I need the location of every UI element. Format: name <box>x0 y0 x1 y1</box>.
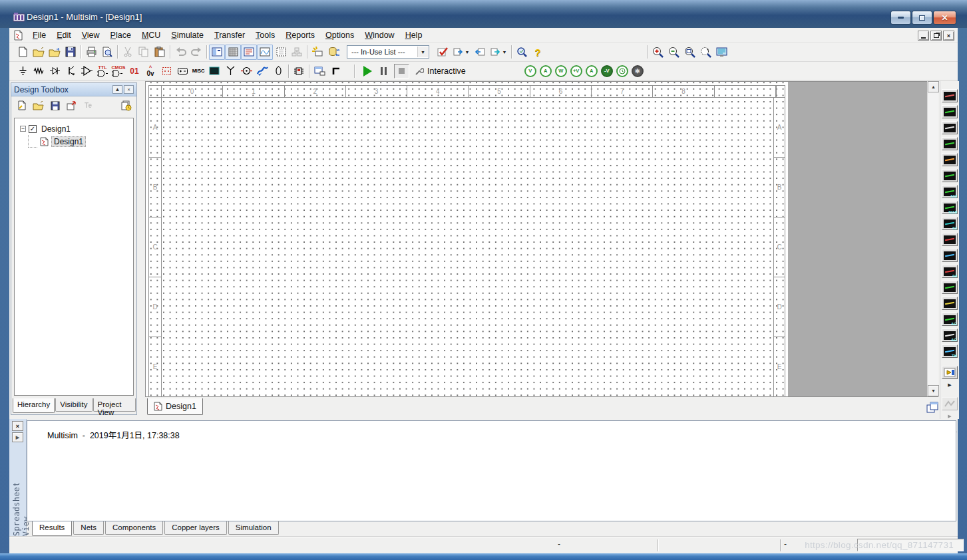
menu-item[interactable]: Place <box>105 29 136 42</box>
new-file-button[interactable] <box>15 45 31 60</box>
panel-minimize-button[interactable]: ▲ <box>112 85 122 94</box>
instrument-frequency-counter[interactable]: 123 <box>942 185 958 198</box>
toggle-design-toolbox-button[interactable] <box>209 45 225 60</box>
edit-sheet-button[interactable] <box>65 99 79 112</box>
print-preview-button[interactable] <box>99 45 115 60</box>
schematic-sheet[interactable]: 012345678 ABCDE ABCDE <box>146 82 788 396</box>
design-toolbox-tab[interactable]: Visibility <box>55 398 92 412</box>
tree-root-label[interactable]: Design1 <box>39 124 73 134</box>
transfer-to-ultiboard-button[interactable]: ▼ <box>451 45 472 60</box>
spreadsheet-tab[interactable]: Simulation <box>228 521 279 535</box>
mcu-group-button[interactable] <box>291 63 307 78</box>
design-toolbox-tab[interactable]: Project View <box>93 398 136 412</box>
digital-probe-button[interactable] <box>616 65 628 77</box>
transistor-group-button[interactable] <box>63 63 79 78</box>
voltage-current-probe-button[interactable]: A <box>586 65 598 77</box>
document-history-button[interactable] <box>119 99 133 112</box>
save-design-button[interactable] <box>48 99 62 112</box>
cascade-windows-icon[interactable] <box>926 402 938 413</box>
menu-item[interactable]: Reports <box>280 29 320 42</box>
voltage-reference-probe-button[interactable]: -V <box>601 65 613 77</box>
pause-simulation-button[interactable] <box>375 63 391 78</box>
ni-component-group-button[interactable] <box>254 63 270 78</box>
mixed-group-button[interactable]: ^0v <box>142 63 158 78</box>
instrument-function-generator[interactable] <box>942 105 958 118</box>
instrument-bode-plotter[interactable] <box>942 169 958 182</box>
toggle-spreadsheet-view-button[interactable] <box>241 45 257 60</box>
menu-item[interactable]: Edit <box>51 29 77 42</box>
interactive-mode-selector[interactable]: Interactive <box>415 67 466 76</box>
stop-simulation-button[interactable] <box>394 64 409 78</box>
tree-checkbox[interactable]: ✓ <box>29 125 37 133</box>
zoom-fit-button[interactable] <box>697 45 713 60</box>
panel-close-button[interactable]: × <box>124 85 134 94</box>
cmos-group-button[interactable]: CMOS <box>110 63 126 78</box>
save-button[interactable] <box>63 45 79 60</box>
dropdown-arrow-icon[interactable]: ▼ <box>417 47 428 57</box>
electromechanical-group-button[interactable] <box>238 63 254 78</box>
zoom-area-button[interactable] <box>681 45 697 60</box>
instrument-network-analyzer[interactable] <box>942 297 958 310</box>
menu-item[interactable]: MCU <box>136 29 166 42</box>
instrument-iv-analyzer[interactable] <box>942 249 958 262</box>
design-toolbox-header[interactable]: Design Toolbox ▲ × <box>11 83 136 96</box>
zoom-out-button[interactable] <box>666 45 681 60</box>
tree-child-label[interactable]: Design1 <box>51 136 86 147</box>
misc-digital-group-button[interactable]: 01 <box>126 63 142 78</box>
instrument-wattmeter[interactable] <box>942 121 958 134</box>
tree-root-row[interactable]: − ✓ Design1 <box>15 122 133 135</box>
menu-item[interactable]: Help <box>400 29 428 42</box>
menu-item[interactable]: Transfer <box>209 29 250 42</box>
run-simulation-button[interactable] <box>359 63 375 78</box>
instrument-spectrum-analyzer[interactable] <box>942 281 958 294</box>
help-button[interactable]: ? <box>530 45 546 60</box>
close-button[interactable]: ✕ <box>933 11 956 25</box>
vertical-scrollbar[interactable]: ▲ ▼ <box>927 81 938 396</box>
menu-item[interactable]: Window <box>359 29 399 42</box>
indicator-group-button[interactable] <box>158 63 174 78</box>
scroll-up-button[interactable]: ▲ <box>928 81 939 92</box>
spreadsheet-tab[interactable]: Results <box>32 521 72 536</box>
tree-child-row[interactable]: Design1 <box>15 135 133 148</box>
instrument-multimeter[interactable] <box>942 89 958 102</box>
advanced-peripherals-group-button[interactable] <box>206 63 222 78</box>
spreadsheet-tab[interactable]: Copper layers <box>164 521 227 535</box>
mdi-restore-button[interactable] <box>930 31 942 41</box>
voltage-probe-button[interactable]: V <box>524 65 536 77</box>
open-design-button[interactable] <box>31 99 45 112</box>
diode-group-button[interactable] <box>47 63 63 78</box>
instrument-logic-analyzer[interactable] <box>942 233 958 246</box>
current-probe-button[interactable]: A <box>540 65 552 77</box>
mdi-close-button[interactable]: × <box>943 31 954 41</box>
toggle-grapher-button[interactable] <box>257 45 273 60</box>
basic-group-button[interactable] <box>31 63 47 78</box>
minimize-button[interactable] <box>890 11 911 25</box>
fullscreen-button[interactable] <box>713 45 729 60</box>
menu-item[interactable]: Simulate <box>166 29 209 42</box>
mdi-minimize-button[interactable] <box>918 31 929 41</box>
spreadsheet-expand-button[interactable]: ▶ <box>12 432 23 442</box>
design-toolbox-tab[interactable]: Hierarchy <box>13 398 55 413</box>
forward-annotate-button[interactable]: ▼ <box>488 45 509 60</box>
connector-group-button[interactable] <box>270 63 286 78</box>
toggle-grid-button[interactable] <box>225 45 241 60</box>
menu-item[interactable]: View <box>77 29 105 42</box>
menu-item[interactable]: Options <box>320 29 359 42</box>
rf-group-button[interactable] <box>222 63 238 78</box>
erc-check-button[interactable] <box>435 45 451 60</box>
in-use-list-dropdown[interactable]: --- In-Use List --- ▼ <box>347 45 429 59</box>
instrument-oscilloscope[interactable] <box>942 137 958 150</box>
spreadsheet-tab[interactable]: Nets <box>73 521 104 535</box>
spreadsheet-tab[interactable]: Components <box>105 521 163 535</box>
power-probe-button[interactable]: W <box>555 65 567 77</box>
instrument-distortion-analyzer[interactable]: .04 <box>942 265 958 278</box>
spreadsheet-results-area[interactable]: Multisim - 2019年1月1日, 17:38:38 <box>27 420 956 521</box>
probe-settings-button[interactable]: ✱ <box>632 65 644 77</box>
paste-button[interactable] <box>152 45 168 60</box>
labview-dropdown-arrow[interactable]: ▶ <box>948 382 951 388</box>
ttl-group-button[interactable]: TTL <box>95 63 110 78</box>
power-group-button[interactable] <box>174 63 190 78</box>
menu-item[interactable]: Tools <box>250 29 280 42</box>
dropdown-arrow-icon[interactable]: ▼ <box>502 50 507 55</box>
open-file-button[interactable] <box>31 45 47 60</box>
